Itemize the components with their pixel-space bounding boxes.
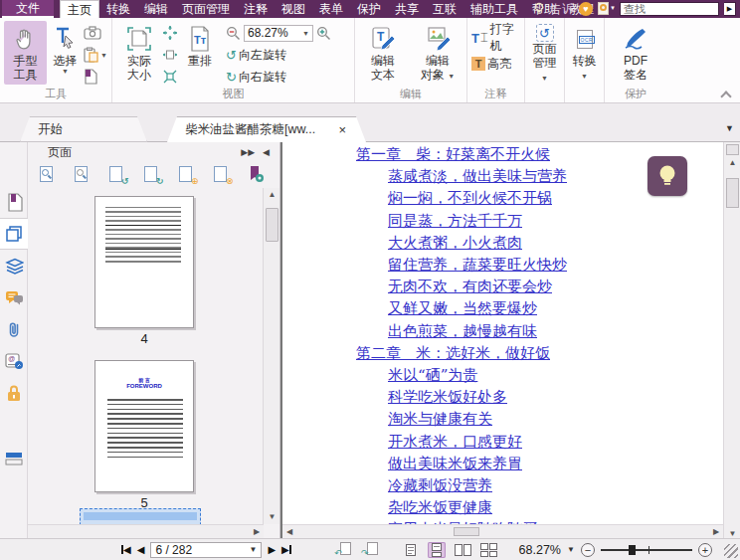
toc-link[interactable]: 留住营养，蔬菜要旺火快炒	[282, 254, 723, 276]
scroll-right-icon[interactable]: ▶	[709, 527, 723, 536]
scroll-up-icon[interactable]: ▲	[264, 188, 280, 202]
convert-button[interactable]: OCR 转换▼	[569, 21, 600, 85]
zoom-in-icon[interactable]	[316, 26, 331, 41]
toc-link[interactable]: 开水煮米，口感更好	[282, 431, 723, 453]
document-horizontal-scrollbar[interactable]: ◀ ▶	[282, 524, 723, 538]
toc-link[interactable]: 淘米与健康有关	[282, 408, 723, 430]
assistant-lightbulb-button[interactable]	[648, 156, 687, 196]
zoom-slider-thumb[interactable]	[629, 545, 636, 555]
zoom-out-icon[interactable]	[226, 26, 241, 41]
toc-link[interactable]: 杂吃米饭更健康	[282, 496, 723, 518]
menu-tab[interactable]: 保护	[350, 0, 388, 18]
tab-active-document[interactable]: 柴米油盐酱醋茶糖[ww... ×	[167, 116, 366, 142]
resize-grip[interactable]	[724, 544, 738, 558]
zoom-out-page-button[interactable]	[73, 165, 92, 185]
scroll-left-icon[interactable]: ◀	[282, 527, 296, 536]
pdf-sign-button[interactable]: PDF签名	[613, 21, 658, 85]
purple-page-button[interactable]	[84, 67, 107, 87]
menu-tab[interactable]: 互联	[426, 0, 463, 18]
tab-start-page[interactable]: 开始	[20, 116, 147, 142]
sidebar-item-layers[interactable]	[0, 250, 28, 281]
first-page-button[interactable]: ◀	[121, 544, 131, 555]
scroll-down-icon[interactable]: ▼	[724, 529, 740, 538]
edit-text-button[interactable]: T 编辑文本	[359, 21, 407, 85]
toc-link[interactable]: 米以“硒”为贵	[282, 364, 723, 386]
toc-link[interactable]: 科学吃米饭好处多	[282, 386, 723, 408]
split-view-handle[interactable]	[726, 144, 739, 155]
toc-link[interactable]: 大火煮粥，小火煮肉	[282, 232, 723, 254]
scroll-right-icon[interactable]: ▶	[250, 527, 264, 536]
actual-size-button[interactable]: 实际大小	[116, 21, 162, 85]
tell-me-label[interactable]: 告诉	[550, 1, 574, 18]
edit-object-button[interactable]: 编辑对象 ▼	[413, 21, 462, 85]
typewriter-button[interactable]: T⌶ 打字机	[471, 28, 520, 48]
delete-page-button[interactable]: ⊗	[212, 165, 232, 185]
reflow-button[interactable]: Tт 重排	[178, 21, 222, 85]
menu-tab[interactable]: 注释	[237, 0, 275, 18]
close-tab-icon[interactable]: ×	[336, 122, 348, 137]
document-vertical-scrollbar[interactable]: ▲ ▼	[723, 142, 740, 538]
zoom-in-page-button[interactable]	[38, 165, 58, 185]
sidebar-item-signatures[interactable]: @	[0, 345, 28, 377]
menu-tab[interactable]: 表单	[312, 0, 350, 18]
panel-horizontal-scrollbar[interactable]: ▶	[28, 524, 264, 538]
scrollbar-thumb[interactable]	[266, 208, 278, 242]
sidebar-item-security[interactable]	[0, 377, 28, 409]
menu-tab[interactable]: 编辑	[137, 0, 175, 18]
page-manage-button[interactable]: ↺ 页面管理 ▼	[529, 21, 560, 85]
toc-link[interactable]: 冷藏剩饭没营养	[282, 474, 723, 496]
search-doc-icon[interactable]: ▼	[598, 2, 615, 16]
page-number-combobox[interactable]: 6 / 282 ▼	[150, 542, 262, 558]
zoom-level-value[interactable]: 68.27%	[509, 543, 561, 557]
single-page-mode-button[interactable]	[402, 542, 420, 558]
menu-tab[interactable]: 视图	[275, 0, 312, 18]
find-input[interactable]	[620, 2, 719, 16]
next-page-button[interactable]: ▶	[268, 544, 276, 555]
thumbnail-page-6-selected[interactable]	[80, 508, 201, 524]
menu-tab[interactable]: 辅助工具	[463, 0, 525, 18]
rotate-page-left-button[interactable]: ↺	[107, 165, 127, 185]
thumbnail-page-4[interactable]	[94, 196, 194, 328]
continuous-facing-mode-button[interactable]	[479, 542, 497, 558]
toc-link[interactable]: 第二章 米：选好米，做好饭	[282, 342, 723, 364]
expand-panel-icon[interactable]: ▶▶	[237, 147, 259, 157]
toc-link[interactable]: 无肉不欢，有肉还要会炒	[282, 276, 723, 297]
thumbnail-page-5[interactable]: 前 言 FOREWORD	[94, 360, 194, 492]
rotate-right-button[interactable]: ↻ 向右旋转	[226, 67, 331, 87]
menu-tab[interactable]: 页面管理	[175, 0, 237, 18]
scroll-down-icon[interactable]: ▼	[264, 510, 280, 524]
scrollbar-thumb[interactable]	[726, 178, 739, 208]
collapse-panel-icon[interactable]: ◀	[259, 147, 274, 157]
zoom-slider[interactable]	[601, 543, 692, 557]
sidebar-item-comments[interactable]	[0, 281, 28, 313]
scrollbar-thumb[interactable]	[454, 527, 479, 536]
hand-tool-button[interactable]: 手型工具	[4, 21, 47, 85]
toc-link[interactable]: 又鲜又嫩，当然要爆炒	[282, 297, 723, 319]
insert-page-button[interactable]: ⊕	[177, 165, 197, 185]
zoom-level-combobox[interactable]: 68.27% ▼	[244, 25, 313, 42]
rotate-page-right-button[interactable]: ↻	[142, 165, 162, 185]
menu-tab[interactable]: 主页	[60, 0, 99, 18]
toc-link[interactable]: 出色煎菜，越慢越有味	[282, 320, 723, 342]
sidebar-item-fields[interactable]	[0, 447, 28, 470]
zoom-in-button[interactable]: +	[698, 543, 712, 557]
sidebar-item-attachments[interactable]	[0, 313, 28, 345]
fit-visible-button[interactable]	[162, 67, 178, 87]
toc-link[interactable]: 做出美味米饭来养胃	[282, 453, 723, 474]
rotate-left-button[interactable]: ↺ 向左旋转	[226, 45, 331, 65]
panel-vertical-scrollbar[interactable]: ▲ ▼	[263, 188, 279, 524]
continuous-mode-button[interactable]	[428, 542, 446, 558]
page-bookmark-button[interactable]	[247, 165, 267, 185]
fit-width-button[interactable]	[162, 45, 178, 65]
previous-view-button[interactable]: ↶	[334, 542, 351, 557]
previous-page-button[interactable]: ◀	[137, 544, 145, 555]
collapse-ribbon-button[interactable]	[720, 91, 732, 98]
chevron-down-icon[interactable]: ▼	[567, 545, 575, 554]
toc-link[interactable]: 同是蒸，方法千千万	[282, 210, 723, 232]
sidebar-item-pages[interactable]	[0, 218, 28, 250]
last-page-button[interactable]: ▶	[281, 544, 291, 555]
next-view-button[interactable]: ↷	[361, 542, 378, 557]
select-tool-button[interactable]: 选择 ▼	[47, 21, 84, 85]
highlight-button[interactable]: T 高亮	[471, 54, 511, 74]
favorite-heart-icon[interactable]: ♥	[579, 2, 593, 16]
